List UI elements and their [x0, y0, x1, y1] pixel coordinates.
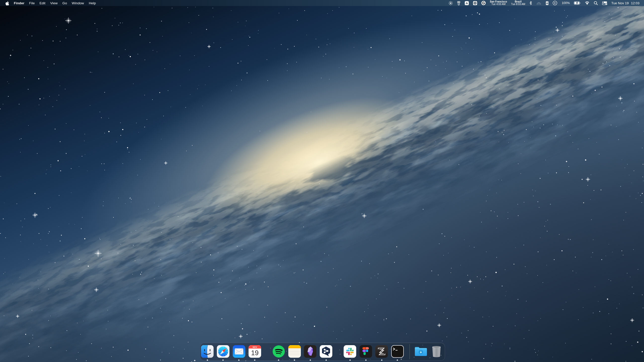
svg-text:19: 19: [251, 349, 259, 357]
svg-text:NOV: NOV: [253, 346, 257, 348]
